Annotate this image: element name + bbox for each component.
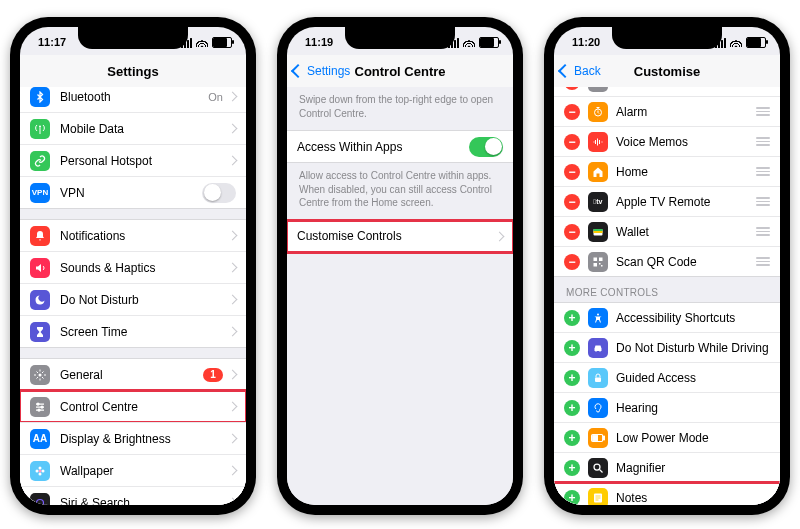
chevron-right-icon (495, 231, 505, 241)
chevron-left-icon (291, 64, 305, 78)
add-button[interactable]: + (564, 490, 580, 506)
more-row-hearing[interactable]: +Hearing (554, 392, 780, 422)
more-row-low-power-mode[interactable]: +Low Power Mode (554, 422, 780, 452)
included-row-wallet[interactable]: −Wallet (554, 216, 780, 246)
remove-button[interactable]: − (564, 254, 580, 270)
add-button[interactable]: + (564, 310, 580, 326)
row-label: Access Within Apps (297, 140, 469, 154)
row-screen-time[interactable]: Screen Time (20, 315, 246, 347)
wallet-icon (588, 222, 608, 242)
toggle[interactable] (202, 183, 236, 203)
row-do-not-disturb[interactable]: Do Not Disturb (20, 283, 246, 315)
notes-icon (588, 488, 608, 506)
row-siri-search[interactable]: Siri & Search (20, 486, 246, 505)
row-personal-hotspot[interactable]: Personal Hotspot (20, 144, 246, 176)
badge: 1 (203, 368, 223, 382)
drag-handle-icon[interactable] (756, 107, 770, 116)
row-label: Do Not Disturb (60, 293, 229, 307)
row-sounds-haptics[interactable]: Sounds & Haptics (20, 251, 246, 283)
back-button[interactable]: Settings (293, 55, 350, 87)
row-label: Control Centre (60, 400, 229, 414)
row-vpn[interactable]: VPNVPN (20, 176, 246, 208)
vpn-icon: VPN (30, 183, 50, 203)
status-time: 11:19 (305, 36, 333, 48)
row-control-centre[interactable]: Control Centre (20, 390, 246, 422)
clock-icon (588, 102, 608, 122)
remove-button[interactable]: − (564, 104, 580, 120)
add-button[interactable]: + (564, 370, 580, 386)
svg-point-27 (597, 313, 599, 315)
svg-point-4 (38, 409, 40, 411)
nav-title: Control Centre (355, 64, 446, 79)
row-label: Display & Brightness (60, 432, 229, 446)
svg-rect-25 (599, 263, 601, 265)
remove-button[interactable]: − (564, 87, 580, 90)
row-label: Customise Controls (297, 229, 496, 243)
add-button[interactable]: + (564, 400, 580, 416)
more-row-accessibility-shortcuts[interactable]: +Accessibility Shortcuts (554, 303, 780, 332)
row-access-within-apps[interactable]: Access Within Apps (287, 131, 513, 162)
drag-handle-icon[interactable] (756, 137, 770, 146)
chevron-right-icon (228, 295, 238, 305)
row-general[interactable]: General1 (20, 359, 246, 390)
row-bluetooth[interactable]: BluetoothOn (20, 87, 246, 112)
more-row-guided-access[interactable]: +Guided Access (554, 362, 780, 392)
included-row-home[interactable]: −Home (554, 156, 780, 186)
drag-handle-icon[interactable] (756, 197, 770, 206)
more-controls-header: MORE CONTROLS (554, 277, 780, 302)
row-label: Screen Time (60, 325, 229, 339)
row-display-brightness[interactable]: AADisplay & Brightness (20, 422, 246, 454)
access-icon (588, 308, 608, 328)
chevron-right-icon (228, 370, 238, 380)
more-row-notes[interactable]: +Notes (554, 482, 780, 505)
add-button[interactable]: + (564, 430, 580, 446)
svg-rect-23 (599, 257, 603, 261)
drag-handle-icon[interactable] (756, 227, 770, 236)
nav-bar: Settings Control Centre (287, 55, 513, 88)
add-button[interactable]: + (564, 460, 580, 476)
camera-icon (588, 87, 608, 92)
included-row-alarm[interactable]: −Alarm (554, 96, 780, 126)
wave-icon (588, 132, 608, 152)
remove-button[interactable]: − (564, 194, 580, 210)
svg-point-10 (34, 497, 46, 505)
remove-button[interactable]: − (564, 224, 580, 240)
included-row-voice-memos[interactable]: −Voice Memos (554, 126, 780, 156)
row-notifications[interactable]: Notifications (20, 220, 246, 251)
back-button[interactable]: Back (560, 55, 601, 87)
row-label: Do Not Disturb While Driving (616, 341, 770, 355)
row-label: VPN (60, 186, 202, 200)
more-row-do-not-disturb-while-driving[interactable]: +Do Not Disturb While Driving (554, 332, 780, 362)
toggle-access-within-apps[interactable] (469, 137, 503, 157)
included-row-apple-tv-remote[interactable]: −tvApple TV Remote (554, 186, 780, 216)
row-label: Alarm (616, 105, 748, 119)
more-row-magnifier[interactable]: +Magnifier (554, 452, 780, 482)
chevron-left-icon (558, 64, 572, 78)
siri-icon (30, 493, 50, 506)
help-text-swipe: Swipe down from the top-right edge to op… (287, 87, 513, 120)
row-mobile-data[interactable]: Mobile Data (20, 112, 246, 144)
notch (345, 27, 455, 49)
chevron-right-icon (228, 92, 238, 102)
row-customise-controls[interactable]: Customise Controls (287, 221, 513, 252)
included-row-scan-qr-code[interactable]: −Scan QR Code (554, 246, 780, 276)
lock-icon (588, 368, 608, 388)
nav-bar: Settings (20, 55, 246, 88)
chevron-right-icon (228, 498, 238, 505)
row-label: Bluetooth (60, 90, 208, 104)
svg-point-1 (39, 373, 42, 376)
tv-icon: tv (588, 192, 608, 212)
remove-button[interactable]: − (564, 164, 580, 180)
svg-point-5 (39, 469, 42, 472)
bell-icon (30, 226, 50, 246)
drag-handle-icon[interactable] (756, 257, 770, 266)
row-label: Guided Access (616, 371, 770, 385)
row-wallpaper[interactable]: Wallpaper (20, 454, 246, 486)
mag-icon (588, 458, 608, 478)
back-label: Back (574, 64, 601, 78)
remove-button[interactable]: − (564, 134, 580, 150)
included-row-camera[interactable]: −Camera (554, 87, 780, 96)
drag-handle-icon[interactable] (756, 167, 770, 176)
row-label: Wallet (616, 225, 748, 239)
add-button[interactable]: + (564, 340, 580, 356)
